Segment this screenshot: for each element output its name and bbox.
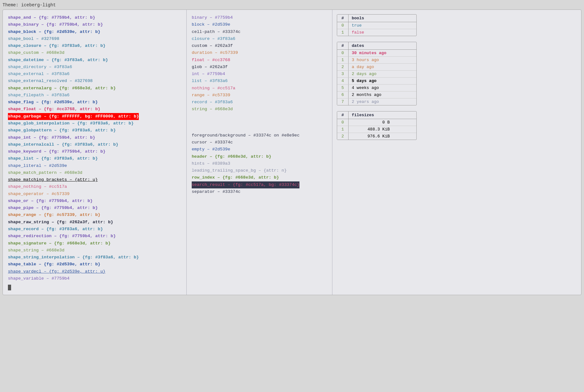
list-item: duration – #c57339 <box>192 49 327 56</box>
list-item: shape_operator – #c57339 <box>8 191 181 198</box>
list-item: shape_literal – #2d539e <box>8 162 181 169</box>
list-item: shape_external_resolved – #327698 <box>8 78 181 85</box>
filesizes-col-title: filesizes <box>349 111 377 119</box>
row-val: 0 B <box>349 119 393 126</box>
list-item: closure – #3f83a6 <box>192 35 327 42</box>
filesizes-table: # filesizes 00 B1488.3 KiB2976.6 KiB <box>337 111 417 140</box>
row-val: 2 years ago <box>349 98 399 105</box>
list-item: shape_signature – {fg: #668e3d, attr: b} <box>8 240 181 247</box>
list-item: shape_matching_brackets – {attr: u} <box>8 176 181 183</box>
list-item: shape_vardecl – {fg: #2d539e, attr: u} <box>8 268 181 275</box>
row-val: 488.3 KiB <box>349 126 393 133</box>
list-item: custom – #262a3f <box>192 42 327 49</box>
table-row: 0true <box>337 22 416 29</box>
list-item: shape_redirection – {fg: #7759b4, attr: … <box>8 233 181 240</box>
row-num: 0 <box>337 22 349 29</box>
list-item: shape_and – {fg: #7759b4, attr: b} <box>8 14 181 21</box>
list-item: shape_raw_string – {fg: #262a3f, attr: b… <box>8 219 181 226</box>
dates-table: # dates 030 minutes ago13 hours ago2a da… <box>337 42 417 105</box>
bools-col-title: bools <box>349 15 367 22</box>
list-item: shape_globpattern – {fg: #3f83a6, attr: … <box>8 127 181 134</box>
table-row: 2976.6 KiB <box>337 133 416 140</box>
list-item: record – #3f83a6 <box>192 99 327 106</box>
list-item: shape_directory – #3f83a6 <box>8 64 181 71</box>
list-item: leading_trailing_space_bg – {attr: n} <box>192 167 327 174</box>
row-val: 5 days ago <box>349 78 399 84</box>
row-num: 3 <box>337 71 349 77</box>
list-item: shape_glob_interpolation – {fg: #3f83a6,… <box>8 120 181 127</box>
row-val: 4 weeks ago <box>349 85 399 91</box>
row-num: 1 <box>337 29 349 36</box>
list-item: empty – #2d539e <box>192 146 327 153</box>
list-item: shape_string_interpolation – {fg: #3f83a… <box>8 254 181 261</box>
list-item: nothing – #cc517a <box>192 85 327 92</box>
list-item: binary – #7759b4 <box>192 14 327 21</box>
list-item: shape_closure – {fg: #3f83a6, attr: b} <box>8 42 181 49</box>
column-tables: # bools 0true1false # dates 030 minutes … <box>332 10 421 295</box>
list-item: string – #668e3d <box>192 106 327 113</box>
row-num: 1 <box>337 57 349 63</box>
list-item: header – {fg: #668e3d, attr: b} <box>192 153 327 160</box>
table-row: 45 days ago <box>337 78 416 85</box>
row-num: 7 <box>337 98 349 105</box>
list-item: range – #c57339 <box>192 92 327 99</box>
table-row: 13 hours ago <box>337 57 416 64</box>
list-item: shape_block – {fg: #2d539e, attr: b} <box>8 28 181 35</box>
row-val: 3 hours ago <box>349 57 399 63</box>
list-item: shape_datetime – {fg: #3f83a6, attr: b} <box>8 57 181 64</box>
list-item: shape_match_pattern – #668e3d <box>8 169 181 176</box>
list-item: int – #7759b4 <box>192 71 327 78</box>
list-item: shape_bool – #327698 <box>8 35 181 42</box>
list-item: float – #cc3768 <box>192 57 327 64</box>
list-item: shape_int – {fg: #7759b4, attr: b} <box>8 134 181 141</box>
row-num: 2 <box>337 133 349 140</box>
table-row: 72 years ago <box>337 98 416 105</box>
list-item: shape_list – {fg: #3f83a6, attr: b} <box>8 155 181 162</box>
row-val: false <box>349 29 367 36</box>
row-num: 0 <box>337 119 349 126</box>
list-item: shape_garbage – {fg: #FFFFFF, bg: #FF000… <box>8 113 181 120</box>
list-item: search_result – {fg: #cc517a, bg: #33374… <box>192 181 327 188</box>
list-item: cursor – #33374c <box>192 139 327 146</box>
bools-col-hash: # <box>337 15 349 22</box>
list-item: shape_flag – {fg: #2d539e, attr: b} <box>8 99 181 106</box>
row-val: 976.6 KiB <box>349 133 393 140</box>
table-row: 62 months ago <box>337 92 416 98</box>
row-val: true <box>349 22 365 29</box>
column-shapes: shape_and – {fg: #7759b4, attr: b}shape_… <box>3 10 187 295</box>
table-row: 2a day ago <box>337 64 416 71</box>
list-item: block – #2d539e <box>192 21 327 28</box>
list-item: shape_internalcall – {fg: #3f83a6, attr:… <box>8 141 181 148</box>
table-row: 00 B <box>337 119 416 126</box>
cursor <box>8 283 181 290</box>
list-item: shape_record – {fg: #3f83a6, attr: b} <box>8 226 181 233</box>
row-num: 2 <box>337 64 349 70</box>
list-item: shape_nothing – #cc517a <box>8 183 181 190</box>
theme-label: Theme: iceberg-light <box>3 3 581 8</box>
row-num: 5 <box>337 85 349 91</box>
filesizes-col-hash: # <box>337 111 349 119</box>
list-item: glob – #262a3f <box>192 64 327 71</box>
list-item: shape_variable – #7759b4 <box>8 275 181 282</box>
row-num: 6 <box>337 92 349 98</box>
row-val: 2 days ago <box>349 71 399 77</box>
list-item: shape_keyword – {fg: #7759b4, attr: b} <box>8 148 181 155</box>
main-container: shape_and – {fg: #7759b4, attr: b}shape_… <box>3 9 581 295</box>
list-item: row_index – {fg: #668e3d, attr: b} <box>192 174 327 181</box>
list-item: cell-path – #33374c <box>192 28 327 35</box>
list-item: list – #3f83a6 <box>192 78 327 85</box>
list-item: shape_table – {fg: #2d539e, attr: b} <box>8 261 181 268</box>
list-item: shape_range – {fg: #c57339, attr: b} <box>8 212 181 218</box>
row-val: a day ago <box>349 64 399 70</box>
list-item: shape_float – {fg: #cc3768, attr: b} <box>8 106 181 113</box>
row-val: 2 months ago <box>349 92 399 98</box>
row-num: 4 <box>337 78 349 84</box>
list-item: shape_pipe – {fg: #7759b4, attr: b} <box>8 205 181 212</box>
dates-col-hash: # <box>337 42 349 49</box>
list-item: shape_filepath – #3f83a6 <box>8 92 181 99</box>
row-val: 30 minutes ago <box>349 50 399 56</box>
table-row: 1488.3 KiB <box>337 126 416 133</box>
bools-table: # bools 0true1false <box>337 14 417 36</box>
table-row: 32 days ago <box>337 71 416 78</box>
list-item: shape_binary – {fg: #7759b4, attr: b} <box>8 21 181 28</box>
